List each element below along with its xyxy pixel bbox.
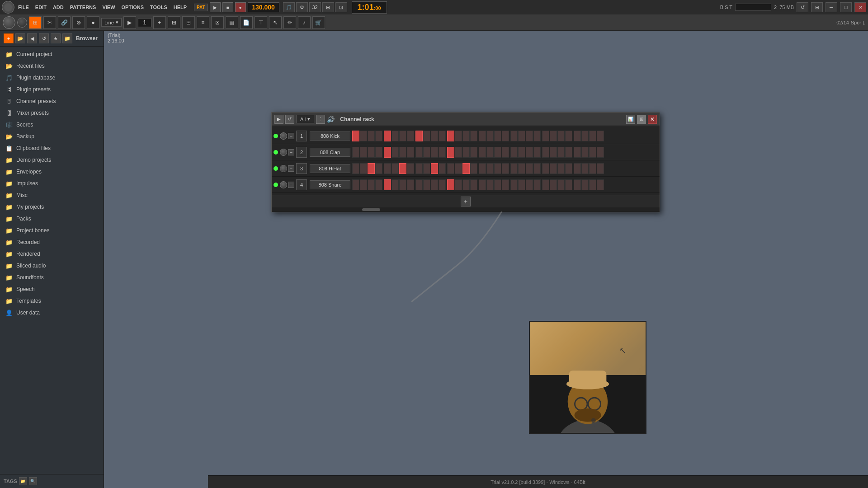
beat-btn-1-17[interactable] [479, 131, 486, 141]
cart-btn[interactable]: 🛒 [312, 16, 325, 29]
beat-btn-4-10[interactable] [423, 179, 430, 190]
beat-btn-2-30[interactable] [581, 147, 589, 158]
menu-item-add[interactable]: ADD [50, 4, 66, 11]
beat-btn-4-2[interactable] [360, 179, 367, 190]
beat-btn-3-23[interactable] [526, 163, 533, 174]
beat-btn-3-4[interactable] [375, 163, 382, 174]
beat-btn-4-29[interactable] [574, 179, 581, 190]
ch-led-3[interactable] [274, 166, 278, 171]
beat-btn-2-31[interactable] [589, 147, 596, 158]
beat-btn-3-2[interactable] [360, 163, 367, 174]
beat-btn-4-31[interactable] [589, 179, 596, 190]
toolbar-icon-4[interactable]: ⊞ [322, 2, 334, 12]
ch-volume-knob-4[interactable] [280, 181, 287, 188]
maximize-icon[interactable]: □ [840, 2, 852, 12]
sidebar-item-project-bones[interactable]: 📁Project bones [0, 225, 104, 236]
beat-btn-1-5[interactable] [384, 131, 391, 141]
sidebar-item-envelopes[interactable]: 📁Envelopes [0, 166, 104, 178]
beat-btn-2-11[interactable] [431, 147, 438, 158]
beat-btn-4-4[interactable] [375, 179, 382, 190]
beat-btn-4-25[interactable] [542, 179, 549, 190]
cr-full-view-button[interactable]: ⊞ [637, 115, 646, 124]
note-btn[interactable]: ♪ [298, 16, 311, 29]
beat-btn-2-4[interactable] [375, 147, 382, 158]
beat-btn-1-11[interactable] [431, 131, 438, 141]
beat-btn-4-30[interactable] [581, 179, 589, 190]
beat-btn-4-7[interactable] [399, 179, 406, 190]
cr-mini-view-button[interactable]: 📊 [626, 115, 635, 124]
beat-btn-2-7[interactable] [399, 147, 406, 158]
sidebar-item-rendered[interactable]: 📁Rendered [0, 248, 104, 260]
sidebar-item-plugin-database[interactable]: 🎵Plugin database [0, 72, 104, 84]
beat-btn-1-16[interactable] [470, 131, 477, 141]
beat-btn-1-7[interactable] [399, 131, 406, 141]
beat-btn-3-20[interactable] [502, 163, 509, 174]
beat-btn-4-13[interactable] [447, 179, 454, 190]
beat-btn-4-20[interactable] [502, 179, 509, 190]
menu-item-tools[interactable]: TOOLS [147, 4, 170, 11]
sidebar-item-mixer-presets[interactable]: 🎛Mixer presets [0, 107, 104, 119]
beat-btn-1-22[interactable] [518, 131, 525, 141]
cr-play-button[interactable]: ▶ [274, 115, 283, 124]
beat-btn-3-17[interactable] [479, 163, 486, 174]
menu-item-edit[interactable]: EDIT [33, 4, 49, 11]
beat-btn-1-10[interactable] [423, 131, 430, 141]
beat-btn-1-18[interactable] [486, 131, 494, 141]
sidebar-item-plugin-presets[interactable]: 🎛Plugin presets [0, 84, 104, 95]
menu-item-options[interactable]: OPTIONS [119, 4, 147, 11]
beat-btn-4-11[interactable] [431, 179, 438, 190]
beat-btn-2-16[interactable] [470, 147, 477, 158]
sidebar-item-recent-files[interactable]: 📂Recent files [0, 60, 104, 72]
mute-button[interactable]: ● [87, 16, 99, 29]
beat-btn-1-2[interactable] [360, 131, 367, 141]
beat-btn-1-15[interactable] [462, 131, 470, 141]
beat-btn-4-6[interactable] [392, 179, 399, 190]
beat-btn-3-9[interactable] [415, 163, 423, 174]
beat-btn-2-29[interactable] [574, 147, 581, 158]
menu-item-file[interactable]: FILE [15, 4, 32, 11]
beat-btn-4-19[interactable] [494, 179, 501, 190]
add-browser-item-button[interactable]: + [4, 33, 14, 43]
beat-btn-1-13[interactable] [447, 131, 454, 141]
beat-btn-3-13[interactable] [447, 163, 454, 174]
beat-btn-1-3[interactable] [368, 131, 375, 141]
browser-nav-button[interactable]: ◀ [27, 33, 37, 43]
beat-btn-4-18[interactable] [486, 179, 494, 190]
arrange-btn[interactable]: ≡ [197, 16, 209, 29]
beat-btn-3-31[interactable] [589, 163, 596, 174]
beat-btn-1-28[interactable] [565, 131, 572, 141]
toolbar-icon-3[interactable]: 32 [309, 2, 321, 12]
beat-btn-4-8[interactable] [407, 179, 414, 190]
sidebar-item-impulses[interactable]: 📁Impulses [0, 178, 104, 189]
cursor-btn[interactable]: ↖ [269, 16, 282, 29]
beat-btn-3-11[interactable] [431, 163, 438, 174]
beat-btn-1-29[interactable] [574, 131, 581, 141]
beat-btn-2-9[interactable] [415, 147, 423, 158]
beat-btn-3-6[interactable] [392, 163, 399, 174]
sidebar-item-speech[interactable]: 📁Speech [0, 283, 104, 295]
ch-volume-knob-1[interactable] [280, 132, 287, 140]
beat-btn-2-18[interactable] [486, 147, 494, 158]
cr-filter-selector[interactable]: All ▾ [296, 115, 314, 123]
beat-btn-2-25[interactable] [542, 147, 549, 158]
cr-undo-button[interactable]: ↺ [285, 115, 294, 124]
beat-btn-4-14[interactable] [455, 179, 462, 190]
ch-volume-knob-3[interactable] [280, 165, 287, 172]
refresh-icon[interactable]: ↺ [797, 2, 808, 12]
beat-btn-3-25[interactable] [542, 163, 549, 174]
minimize-icon[interactable]: ─ [826, 2, 837, 12]
beat-btn-3-12[interactable] [439, 163, 446, 174]
beat-btn-3-32[interactable] [597, 163, 604, 174]
beat-btn-1-26[interactable] [550, 131, 557, 141]
beat-btn-4-15[interactable] [462, 179, 470, 190]
ch-volume-knob-2[interactable] [280, 149, 287, 156]
browser-star-button[interactable]: ★ [51, 33, 61, 43]
menu-item-view[interactable]: VIEW [99, 4, 118, 11]
add-channel-button[interactable]: + [461, 197, 471, 206]
split-btn[interactable]: ⊟ [182, 16, 195, 29]
ch-minus-2[interactable]: – [288, 149, 294, 155]
menu-item-help[interactable]: HELP [171, 4, 189, 11]
beat-btn-2-10[interactable] [423, 147, 430, 158]
beat-btn-2-24[interactable] [533, 147, 541, 158]
beat-btn-1-14[interactable] [455, 131, 462, 141]
